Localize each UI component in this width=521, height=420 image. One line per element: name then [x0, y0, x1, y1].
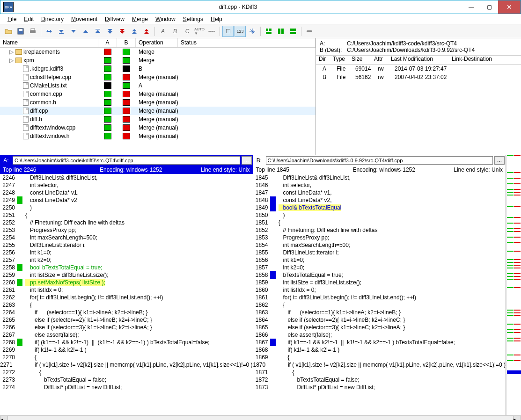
- tree-row[interactable]: common.hMerge (manual): [0, 98, 316, 107]
- code-line: 2273 bTextsTotalEqual = false;: [0, 376, 253, 384]
- nav-down1-icon[interactable]: [56, 26, 67, 37]
- menu-settings[interactable]: Settings: [179, 15, 207, 23]
- menu-directory[interactable]: Directory: [37, 15, 67, 23]
- menu-window[interactable]: Window: [152, 15, 179, 23]
- tree-row[interactable]: difftextwindow.cppMerge (manual): [0, 123, 316, 132]
- goto-current-icon[interactable]: [44, 26, 55, 37]
- code-view-a[interactable]: 2246 Diff3LineList& diff3LineList,2247 i…: [0, 174, 253, 415]
- col-size[interactable]: Size: [349, 56, 371, 64]
- menu-merge[interactable]: Merge: [128, 15, 152, 23]
- info-a-label: A:: [320, 40, 347, 47]
- nav-up1-icon[interactable]: [80, 26, 91, 37]
- code-line: 2274 DiffList* pDiffList = new DiffList;: [0, 384, 253, 391]
- show-whitespace-icon[interactable]: ☐: [222, 26, 234, 37]
- col-link[interactable]: Link-Destination: [449, 56, 521, 64]
- col-dir[interactable]: Dir: [316, 56, 330, 64]
- expand-icon[interactable]: [247, 26, 258, 37]
- close-button[interactable]: ✕: [498, 0, 521, 14]
- col-name[interactable]: Name: [0, 38, 98, 47]
- status-b-icon: [123, 116, 130, 123]
- code-line: 2260 pp.setMaxNofSteps( listSize );: [0, 279, 253, 286]
- minimize-button[interactable]: —: [462, 0, 480, 14]
- code-line: 2259 int listSize = diff3LineList.size()…: [0, 271, 253, 279]
- tree-row[interactable]: difftextwindow.hMerge (manual): [0, 132, 316, 140]
- choose-b-button[interactable]: B: [169, 26, 181, 37]
- status-b-icon: [123, 91, 130, 97]
- tree-row[interactable]: ▷kreplacementsMerge: [0, 48, 316, 56]
- nav-down4-icon[interactable]: [117, 26, 128, 37]
- tree-row[interactable]: .kdbgrc.kdiff3B: [0, 65, 316, 73]
- file-icon: [23, 65, 29, 72]
- toggle-icon[interactable]: [304, 26, 315, 37]
- open-icon[interactable]: [3, 26, 14, 37]
- code-line: 2267 else assert(false);: [0, 331, 253, 339]
- col-status[interactable]: Status: [178, 38, 316, 47]
- col-op[interactable]: Operation: [136, 38, 178, 47]
- scroll-right-button[interactable]: ▸: [513, 416, 521, 420]
- file-name: cclnstHelper.cpp: [30, 74, 71, 80]
- col-mod[interactable]: Last Modification: [388, 56, 449, 64]
- choose-a-button[interactable]: A: [157, 26, 169, 37]
- choose-c-button[interactable]: C: [182, 26, 193, 37]
- menu-help[interactable]: Help: [207, 15, 226, 23]
- menu-movement[interactable]: Movement: [67, 15, 101, 23]
- tree-row[interactable]: CMakeLists.txtA: [0, 81, 316, 90]
- menu-diffview[interactable]: Diffview: [101, 15, 128, 23]
- col-attr[interactable]: Attr: [371, 56, 388, 64]
- code-line: 2257 int k2=0;: [0, 256, 253, 264]
- info-row[interactable]: BFile56162rw2007-04-02 23:37:02: [320, 74, 517, 82]
- code-line: 1867 if( k1==-1 && k2!=-1 || k1!=-1 && k…: [253, 339, 506, 346]
- file-icon: [23, 82, 29, 89]
- pane-a-lineend: Line end style: Unix: [175, 167, 250, 173]
- overview-bar[interactable]: [506, 155, 521, 415]
- code-line: 2263 {: [0, 301, 253, 309]
- nav-down2-icon[interactable]: [68, 26, 79, 37]
- code-line: 2255 Diff3LineList::iterator i;: [0, 241, 253, 249]
- tree-row[interactable]: diff.cppMerge (manual): [0, 107, 316, 115]
- view-split2-icon[interactable]: [275, 26, 286, 37]
- tree-row[interactable]: common.cppMerge (manual): [0, 90, 316, 98]
- col-b[interactable]: B: [117, 38, 136, 47]
- nav-up3-icon[interactable]: [129, 26, 140, 37]
- code-line: 1861 for( i= diff3LineList.begin(); i!= …: [253, 294, 506, 301]
- svg-rect-5: [95, 29, 100, 29]
- code-line: 2268 if( (k1==-1 && k2!=-1) || (k1!=-1 &…: [0, 339, 253, 346]
- code-line: 2252 // Finetuning: Diff each line with …: [0, 219, 253, 226]
- svg-rect-4: [59, 33, 64, 34]
- nav-up4-icon[interactable]: [141, 26, 152, 37]
- split-icon[interactable]: ╌╌: [206, 26, 217, 37]
- view-split1-icon[interactable]: [263, 26, 274, 37]
- code-line: 1848 const LineData* v2,: [253, 196, 506, 204]
- col-type[interactable]: Type: [330, 56, 349, 64]
- tree-row[interactable]: diff.hMerge (manual): [0, 115, 316, 123]
- menu-file[interactable]: File: [4, 15, 20, 23]
- file-name: xpm: [23, 57, 34, 64]
- pane-b-browse-button[interactable]: ...: [494, 156, 505, 165]
- operation-text: Merge: [136, 49, 316, 55]
- tree-row[interactable]: ▷xpmMerge: [0, 56, 316, 65]
- menu-edit[interactable]: Edit: [20, 15, 37, 23]
- info-row[interactable]: AFile69014rw2014-07-03 19:27:47: [320, 65, 517, 74]
- pane-a-path[interactable]: [13, 156, 240, 165]
- file-icon: [23, 133, 29, 139]
- pane-b-lineend: Line end style: Unix: [428, 167, 503, 173]
- col-a[interactable]: A: [98, 38, 117, 47]
- nav-down3-icon[interactable]: [104, 26, 116, 37]
- scroll-left-button[interactable]: ◂: [0, 416, 8, 420]
- code-view-b[interactable]: 1845 Diff3LineList& diff3LineList,1846 i…: [253, 174, 506, 415]
- print-icon[interactable]: [27, 26, 38, 37]
- auto-button[interactable]: AUTO▼: [194, 26, 205, 37]
- view-split3-icon[interactable]: [287, 26, 299, 37]
- save-icon[interactable]: [15, 26, 26, 37]
- pane-a-encoding: Encoding: windows-1252: [87, 167, 175, 173]
- pane-a-browse-button[interactable]: ...: [242, 156, 252, 165]
- svg-rect-12: [290, 32, 296, 34]
- tree-row[interactable]: cclnstHelper.cppMerge (manual): [0, 73, 316, 81]
- code-line: 2256 int k1=0;: [0, 249, 253, 256]
- show-linenumbers-icon[interactable]: 123: [235, 26, 246, 37]
- horizontal-scrollbar[interactable]: ◂ ▸: [0, 415, 521, 420]
- nav-up2-icon[interactable]: [92, 26, 103, 37]
- pane-b-path[interactable]: [266, 156, 493, 165]
- maximize-button[interactable]: ▢: [480, 0, 498, 14]
- svg-rect-11: [290, 29, 296, 31]
